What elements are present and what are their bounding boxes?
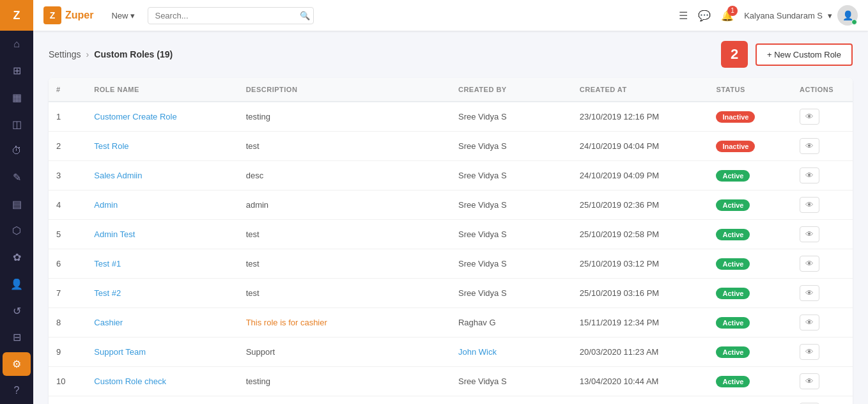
- view-action-button[interactable]: 👁: [800, 167, 819, 183]
- cell-role-name: Customer Create Role: [86, 102, 238, 132]
- role-name-link[interactable]: Test Role: [94, 141, 128, 151]
- status-badge: Active: [716, 346, 750, 358]
- view-action-button[interactable]: 👁: [800, 138, 819, 154]
- cell-actions: 👁: [792, 279, 853, 308]
- role-name-link[interactable]: Admin: [94, 200, 118, 210]
- col-header-description: DESCRIPTION: [238, 78, 451, 102]
- cell-created-at: 23/10/2019 12:16 PM: [572, 102, 709, 132]
- breadcrumb: Settings › Custom Roles (19): [49, 49, 173, 59]
- status-badge: Active: [716, 199, 750, 211]
- cell-description: test: [238, 132, 451, 161]
- col-header-num: #: [49, 78, 86, 102]
- cell-created-by: Sree Vidya S: [451, 190, 572, 220]
- online-status-indicator: [851, 19, 857, 25]
- cell-actions: 👁: [792, 220, 853, 249]
- sidebar-item-map[interactable]: ◫: [3, 112, 31, 136]
- cell-description: Support: [238, 338, 451, 367]
- status-badge: Active: [716, 229, 750, 240]
- table-row: 9 Support Team Support John Wick 20/03/2…: [49, 338, 853, 367]
- cell-created-at: 25/10/2019 02:58 PM: [572, 220, 709, 249]
- table-row: 2 Test Role test Sree Vidya S 24/10/2019…: [49, 132, 853, 161]
- chat-icon-button[interactable]: 💬: [698, 10, 711, 22]
- notification-badge: 1: [727, 6, 738, 16]
- sidebar-item-table[interactable]: ▤: [3, 192, 31, 216]
- role-name-link[interactable]: Custom Role check: [94, 377, 166, 386]
- cell-actions: 👁: [792, 338, 853, 367]
- view-action-button[interactable]: 👁: [800, 373, 819, 389]
- avatar: 👤: [837, 5, 858, 26]
- status-badge: Inactive: [716, 141, 755, 152]
- cell-role-name: Admin Test: [86, 220, 238, 249]
- role-name-link[interactable]: Cashier: [94, 318, 123, 327]
- table-row: 8 Cashier This role is for cashier Ragha…: [49, 308, 853, 338]
- table-row: 3 Sales Admiin desc Sree Vidya S 24/10/2…: [49, 161, 853, 190]
- brand-logo: Z: [43, 6, 61, 24]
- cell-status: Active: [708, 161, 792, 190]
- breadcrumb-parent[interactable]: Settings: [49, 49, 81, 59]
- cell-description: test: [238, 279, 451, 308]
- sidebar-item-settings[interactable]: ⚙: [3, 352, 31, 377]
- cell-actions: 👁: [792, 190, 853, 220]
- view-action-button[interactable]: 👁: [800, 315, 819, 330]
- cell-actions: 👁: [792, 249, 853, 279]
- cell-created-by: Sree Vidya S: [451, 249, 572, 279]
- cell-created-by: Sree Vidya S: [451, 102, 572, 132]
- sidebar-item-history[interactable]: ↺: [3, 299, 31, 323]
- view-action-button[interactable]: 👁: [800, 197, 819, 213]
- menu-icon-button[interactable]: ☰: [679, 10, 688, 22]
- cell-role-name: Sales Admiin: [86, 161, 238, 190]
- table-row: 7 Test #2 test Sree Vidya S 25/10/2019 0…: [49, 279, 853, 308]
- sidebar-item-user[interactable]: 👤: [3, 272, 31, 296]
- breadcrumb-current: Custom Roles (19): [94, 49, 173, 59]
- new-custom-role-button[interactable]: + New Custom Role: [756, 43, 853, 66]
- cell-actions: 👁: [792, 102, 853, 132]
- sidebar-item-grid[interactable]: ⊞: [3, 59, 31, 83]
- cell-created-at: 16/04/2020 07:48 PM: [572, 396, 709, 405]
- view-action-button[interactable]: 👁: [800, 344, 819, 360]
- user-menu[interactable]: Kalyana Sundaram S ▾ 👤: [744, 5, 858, 26]
- role-name-link[interactable]: Customer Create Role: [94, 112, 176, 121]
- cell-actions: 👁: [792, 367, 853, 396]
- role-name-link[interactable]: Admin Test: [94, 229, 135, 239]
- table-row: 11 Sales Manager managing the sales cycl…: [49, 396, 853, 405]
- search-input[interactable]: [148, 7, 314, 24]
- sidebar-item-clock[interactable]: ⏱: [3, 139, 31, 163]
- cell-created-at: 15/11/2019 12:34 PM: [572, 308, 709, 338]
- role-name-link[interactable]: Support Team: [94, 347, 146, 357]
- view-action-button[interactable]: 👁: [800, 285, 819, 301]
- view-action-button[interactable]: 👁: [800, 109, 819, 125]
- sidebar-item-calendar[interactable]: ▦: [3, 85, 31, 109]
- role-name-link[interactable]: Test #2: [94, 288, 121, 298]
- sidebar-item-layers[interactable]: ⊟: [3, 325, 31, 350]
- cell-status: Active: [708, 190, 792, 220]
- cell-status: Active: [708, 367, 792, 396]
- cell-num: 4: [49, 190, 86, 220]
- cell-created-by: Sree Vidya S: [451, 279, 572, 308]
- sidebar-item-home[interactable]: ⌂: [3, 32, 31, 56]
- user-name: Kalyana Sundaram S: [744, 11, 823, 20]
- cell-actions: 👁: [792, 132, 853, 161]
- cell-role-name: Sales Manager: [86, 396, 238, 405]
- sidebar-item-puzzle[interactable]: ✿: [3, 245, 31, 270]
- view-action-button[interactable]: 👁: [800, 226, 819, 242]
- role-name-link[interactable]: Sales Admiin: [94, 171, 142, 180]
- cell-role-name: Test #2: [86, 279, 238, 308]
- cell-role-name: Test #1: [86, 249, 238, 279]
- new-button[interactable]: New ▾: [106, 8, 140, 23]
- role-name-link[interactable]: Test #1: [94, 259, 121, 268]
- sidebar-item-folder[interactable]: ⬡: [3, 219, 31, 243]
- search-button[interactable]: 🔍: [300, 11, 310, 20]
- header-right: 2 + New Custom Role: [721, 41, 853, 68]
- cell-status: Active: [708, 220, 792, 249]
- cell-num: 8: [49, 308, 86, 338]
- sidebar-logo: Z: [0, 0, 33, 31]
- breadcrumb-separator: ›: [86, 49, 89, 59]
- sidebar-item-edit[interactable]: ✎: [3, 166, 31, 190]
- view-action-button[interactable]: 👁: [800, 256, 819, 272]
- sidebar-item-help[interactable]: ?: [3, 378, 31, 403]
- cell-description: desc: [238, 161, 451, 190]
- col-header-role-name: ROLE NAME: [86, 78, 238, 102]
- notifications-button[interactable]: 🔔 1: [721, 10, 734, 22]
- col-header-status: STATUS: [708, 78, 792, 102]
- cell-status: Inactive: [708, 102, 792, 132]
